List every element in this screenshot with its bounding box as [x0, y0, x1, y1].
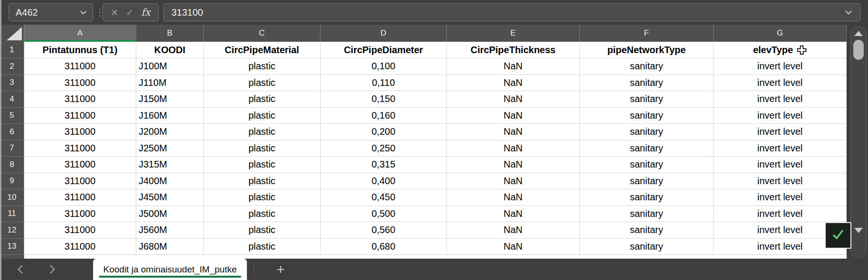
cell[interactable]: 0,110	[321, 75, 447, 92]
cell[interactable]: invert level	[714, 58, 847, 75]
confirm-button[interactable]	[825, 222, 851, 249]
cell[interactable]: sanitary	[580, 173, 714, 190]
row-number[interactable]: 4	[0, 91, 24, 108]
cell[interactable]: sanitary	[580, 91, 714, 108]
cancel-icon[interactable]: ✕	[111, 7, 118, 18]
cell[interactable]: NaN	[447, 222, 580, 239]
cell[interactable]: sanitary	[580, 239, 714, 255]
cell[interactable]: J400M	[136, 173, 204, 190]
cell[interactable]: plastic	[204, 75, 321, 92]
cell[interactable]: 0,150	[321, 91, 447, 108]
cell[interactable]: 311000	[24, 108, 136, 124]
cell[interactable]: NaN	[447, 206, 580, 223]
row-number[interactable]: 12	[0, 222, 24, 239]
cell[interactable]: 0,250	[321, 140, 447, 157]
cell[interactable]: 311000	[24, 140, 136, 157]
cell[interactable]: NaN	[447, 157, 580, 173]
cell[interactable]: plastic	[204, 124, 321, 140]
enter-icon[interactable]: ✓	[126, 7, 133, 18]
cell[interactable]: NaN	[447, 189, 580, 206]
cell[interactable]: 0,160	[321, 108, 447, 124]
row-number[interactable]: 6	[0, 124, 24, 140]
cell[interactable]: J150M	[136, 91, 204, 108]
cell[interactable]: 0,500	[321, 206, 447, 223]
cell[interactable]: elevType	[714, 42, 847, 58]
cell[interactable]: plastic	[204, 91, 321, 108]
cell[interactable]: plastic	[204, 173, 321, 190]
cell[interactable]: pipeNetworkType	[580, 42, 714, 58]
expand-formula-bar-icon[interactable]	[845, 10, 852, 15]
cell[interactable]: sanitary	[580, 222, 714, 239]
cell[interactable]: 0,315	[321, 157, 447, 173]
cell[interactable]: sanitary	[580, 140, 714, 157]
cell[interactable]: NaN	[447, 58, 580, 75]
cell[interactable]: invert level	[714, 108, 847, 124]
cell[interactable]: J450M	[136, 189, 204, 206]
row-number[interactable]: 13	[0, 239, 24, 255]
cell[interactable]: plastic	[204, 157, 321, 173]
cell[interactable]: 311000	[24, 124, 136, 140]
vertical-scrollbar[interactable]	[850, 26, 867, 258]
row-number[interactable]: 2	[0, 58, 24, 75]
vertical-scrollbar-thumb[interactable]	[853, 40, 864, 60]
cell[interactable]: plastic	[204, 206, 321, 223]
cell[interactable]: plastic	[204, 239, 321, 255]
row-number[interactable]: 11	[0, 206, 24, 223]
cell[interactable]: 0,100	[321, 58, 447, 75]
cell[interactable]: invert level	[714, 140, 847, 157]
cell[interactable]: CircPipeMaterial	[204, 42, 321, 58]
cell[interactable]: invert level	[714, 189, 847, 206]
cell[interactable]: plastic	[204, 189, 321, 206]
cell[interactable]: sanitary	[580, 189, 714, 206]
scroll-down-icon[interactable]	[854, 228, 863, 233]
cell[interactable]: J315M	[136, 157, 204, 173]
column-header-d[interactable]: D	[321, 25, 447, 42]
cell[interactable]: plastic	[204, 140, 321, 157]
cell[interactable]: J250M	[136, 140, 204, 157]
cell[interactable]: invert level	[714, 124, 847, 140]
cell[interactable]: NaN	[447, 124, 580, 140]
insert-function-icon[interactable]: fx	[141, 7, 151, 18]
row-number[interactable]: 9	[0, 173, 24, 190]
cell[interactable]: 311000	[24, 206, 136, 223]
cell[interactable]: NaN	[447, 108, 580, 124]
previous-sheet-icon[interactable]	[18, 265, 26, 273]
row-number[interactable]: 5	[0, 108, 24, 124]
cell[interactable]: sanitary	[580, 206, 714, 223]
row-number[interactable]: 10	[0, 189, 24, 206]
column-header-a[interactable]: A	[24, 25, 136, 42]
cell[interactable]: 0,200	[321, 124, 447, 140]
active-sheet-tab[interactable]: Koodit ja ominaisuudet_IM_putke	[93, 259, 247, 280]
cell[interactable]: 311000	[24, 75, 136, 92]
cell[interactable]: J560M	[136, 222, 204, 239]
cell[interactable]: J110M	[136, 75, 204, 92]
cell[interactable]: 0,680	[321, 239, 447, 255]
cell[interactable]: J200M	[136, 124, 204, 140]
cell[interactable]: 311000	[24, 91, 136, 108]
cell[interactable]: sanitary	[580, 124, 714, 140]
column-header-g[interactable]: G	[714, 25, 847, 42]
cell[interactable]: NaN	[447, 239, 580, 255]
scroll-up-icon[interactable]	[854, 31, 863, 36]
row-number[interactable]: 3	[0, 75, 24, 92]
cell[interactable]: 311000	[24, 157, 136, 173]
cell[interactable]: 311000	[24, 239, 136, 255]
cell[interactable]: 0,450	[321, 189, 447, 206]
cell[interactable]: invert level	[714, 75, 847, 92]
row-number[interactable]: 1	[0, 42, 24, 58]
cell[interactable]: 311000	[24, 173, 136, 190]
cell[interactable]: sanitary	[580, 75, 714, 92]
column-header-b[interactable]: B	[136, 25, 204, 42]
name-box[interactable]: A462	[9, 3, 93, 21]
cell[interactable]: plastic	[204, 108, 321, 124]
cell[interactable]: 311000	[24, 58, 136, 75]
cell[interactable]: plastic	[204, 222, 321, 239]
cell[interactable]: J500M	[136, 206, 204, 223]
cell[interactable]: invert level	[714, 157, 847, 173]
cell[interactable]: 0,560	[321, 222, 447, 239]
cell[interactable]: NaN	[447, 91, 580, 108]
column-header-f[interactable]: F	[580, 25, 714, 42]
column-header-c[interactable]: C	[204, 25, 321, 42]
cell[interactable]: J680M	[136, 239, 204, 255]
cell[interactable]: 0,400	[321, 173, 447, 190]
